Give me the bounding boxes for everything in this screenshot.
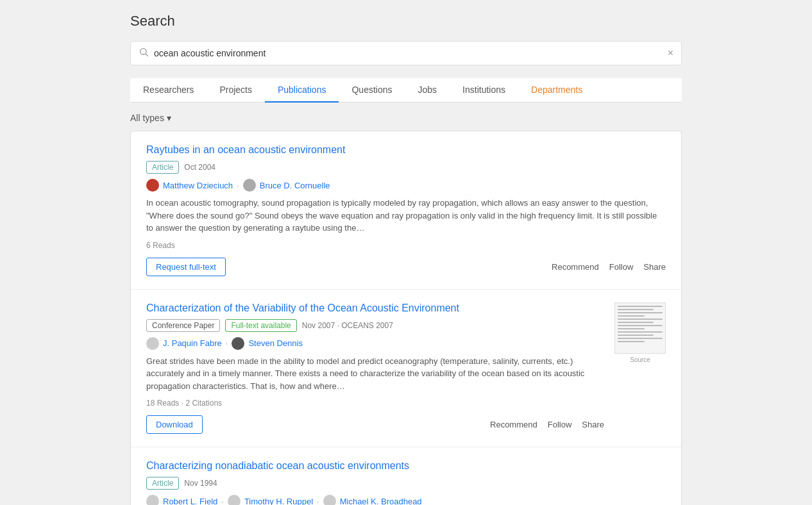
thumb-line — [618, 312, 663, 313]
avatar — [146, 337, 159, 350]
avatar — [323, 495, 336, 505]
actions-row: Request full-text Recommend Follow Share — [146, 258, 666, 276]
result-date: Oct 2004 — [184, 163, 216, 172]
download-button[interactable]: Download — [146, 415, 203, 434]
result-title[interactable]: Raytubes in an ocean acoustic environmen… — [146, 144, 666, 156]
filter-dropdown[interactable]: All types ▾ — [130, 113, 171, 123]
request-fulltext-button[interactable]: Request full-text — [146, 258, 226, 276]
result-date: Nov 1994 — [184, 479, 217, 488]
recommend-link[interactable]: Recommend — [552, 262, 599, 272]
thumb-line — [618, 328, 645, 329]
thumb-line — [618, 338, 663, 339]
meta-reads: 6 Reads — [146, 241, 666, 250]
recommend-link[interactable]: Recommend — [490, 420, 537, 429]
author-link[interactable]: Robert L. Field — [163, 497, 217, 506]
follow-link[interactable]: Follow — [548, 420, 572, 429]
result-title[interactable]: Characterization of the Variability of t… — [146, 302, 604, 314]
tab-publications[interactable]: Publications — [265, 78, 339, 103]
thumb-line — [618, 325, 663, 326]
avatar — [243, 179, 256, 192]
search-input[interactable] — [154, 48, 668, 58]
search-bar: × — [130, 41, 682, 65]
author-link[interactable]: Bruce D. Cornuelle — [260, 181, 330, 190]
avatar — [146, 495, 159, 505]
share-link[interactable]: Share — [582, 420, 604, 429]
thumb-line — [618, 335, 654, 336]
chevron-down-icon: ▾ — [167, 113, 171, 123]
result-item: Raytubes in an ocean acoustic environmen… — [131, 131, 681, 290]
thumbnail-lines — [618, 306, 663, 344]
thumb-line — [618, 341, 645, 342]
badge-conference-paper: Conference Paper — [146, 319, 220, 332]
thumbnail-image — [614, 302, 666, 354]
badge-fulltext: Full-text available — [225, 319, 296, 332]
page-title: Search — [130, 13, 682, 29]
authors-row: Matthew Dzieciuch · Bruce D. Cornuelle — [146, 179, 666, 192]
badges-row: Article Nov 1994 — [146, 477, 666, 490]
authors-row: J. Paquin Fabre · Steven Dennis — [146, 337, 604, 350]
author-link[interactable]: Steven Dennis — [248, 338, 303, 348]
badges-row: Conference Paper Full-text available Nov… — [146, 319, 604, 332]
meta-reads: 18 Reads · 2 Citations — [146, 399, 604, 408]
svg-point-0 — [140, 49, 146, 54]
avatar — [228, 495, 241, 505]
result-thumbnail: Source — [614, 302, 666, 435]
thumb-line — [618, 319, 663, 320]
tab-institutions[interactable]: Institutions — [450, 78, 518, 103]
search-clear-button[interactable]: × — [668, 47, 673, 59]
abstract-text: Great strides have been made in the abil… — [146, 355, 604, 393]
tab-projects[interactable]: Projects — [207, 78, 265, 103]
authors-row: Robert L. Field · Timothy H. Ruppel · Mi… — [146, 495, 666, 505]
results-container: Raytubes in an ocean acoustic environmen… — [130, 131, 682, 505]
actions-row: Download Recommend Follow Share — [146, 415, 604, 434]
thumb-line — [618, 322, 654, 323]
thumb-line — [618, 306, 663, 307]
secondary-actions: Recommend Follow Share — [552, 262, 666, 272]
thumbnail-label: Source — [630, 356, 650, 363]
tab-departments[interactable]: Departments — [518, 78, 595, 103]
badge-article: Article — [146, 161, 179, 174]
nav-tabs: Researchers Projects Publications Questi… — [130, 78, 682, 103]
search-icon — [139, 47, 149, 60]
badges-row: Article Oct 2004 — [146, 161, 666, 174]
avatar — [146, 179, 159, 192]
tab-researchers[interactable]: Researchers — [130, 78, 207, 103]
author-link[interactable]: J. Paquin Fabre — [163, 338, 222, 348]
tab-questions[interactable]: Questions — [339, 78, 405, 103]
result-date: Nov 2007 · OCEANS 2007 — [302, 321, 393, 330]
secondary-actions: Recommend Follow Share — [490, 420, 604, 429]
tab-jobs[interactable]: Jobs — [405, 78, 450, 103]
badge-article: Article — [146, 477, 179, 490]
result-title[interactable]: Characterizing nonadiabatic ocean acoust… — [146, 460, 666, 472]
thumb-line — [618, 315, 645, 317]
author-link[interactable]: Michael K. Broadhead — [340, 497, 422, 506]
share-link[interactable]: Share — [643, 262, 666, 272]
avatar — [232, 337, 244, 350]
abstract-text: In ocean acoustic tomography, sound prop… — [146, 197, 666, 235]
result-item: Characterization of the Variability of t… — [131, 290, 681, 448]
author-link[interactable]: Matthew Dzieciuch — [163, 181, 233, 190]
result-with-thumb: Characterization of the Variability of t… — [146, 302, 666, 435]
follow-link[interactable]: Follow — [609, 262, 634, 272]
thumb-line — [618, 309, 654, 310]
thumb-line — [618, 331, 663, 333]
svg-line-1 — [146, 54, 148, 56]
filter-row: All types ▾ — [130, 113, 682, 123]
result-item: Characterizing nonadiabatic ocean acoust… — [131, 447, 681, 505]
filter-label: All types — [130, 113, 164, 123]
result-main: Characterization of the Variability of t… — [146, 302, 604, 435]
author-link[interactable]: Timothy H. Ruppel — [244, 497, 313, 506]
